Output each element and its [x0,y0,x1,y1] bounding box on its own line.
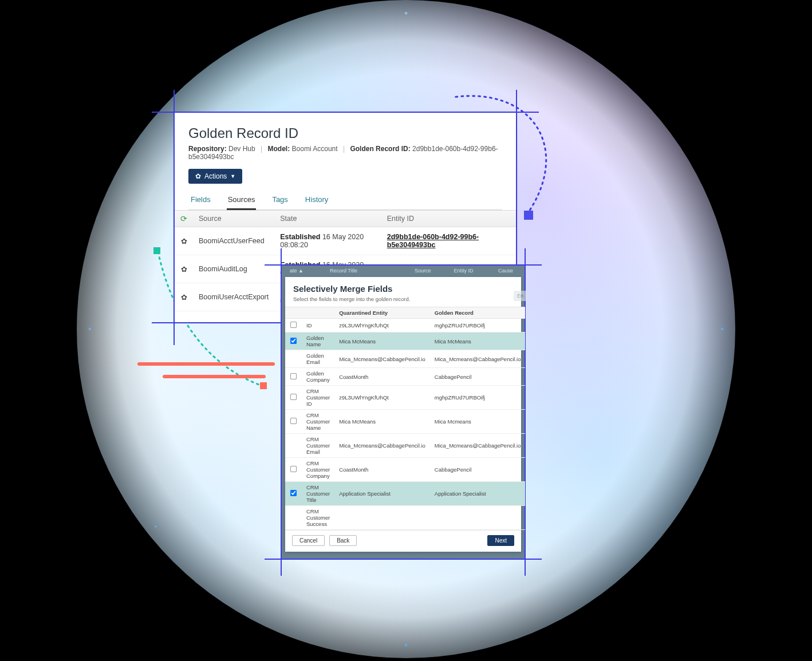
cell-field-label: Golden Name [302,333,334,350]
grid-label: Golden Record ID: [350,145,410,153]
cell-quarantined [334,506,430,530]
tab-bar: FieldsSourcesTagsHistory [188,192,502,210]
gear-icon: ✿ [195,172,201,180]
cell-state: Established 16 May 2020 08:08:20 [274,227,381,255]
cell-golden-record: mghpZRUd7URBOifj [430,319,526,333]
cell-quarantined: CoastMonth [334,368,430,386]
page-title: Golden Record ID [188,125,502,141]
tab-fields[interactable]: Fields [190,192,212,209]
cell-golden-record: Mica Mcmeans [430,410,526,434]
metadata-bar: Repository: Dev Hub | Model: Boomi Accou… [188,145,502,161]
tab-history[interactable]: History [304,192,329,209]
row-gear-icon[interactable]: ✿ [181,237,187,246]
col-golden-record: Golden Record [430,307,526,319]
model-value: Boomi Account [292,145,338,153]
actions-label: Actions [204,172,227,180]
bg-entity-fragment: En [514,291,527,301]
cell-golden-record: Mica_Mcmeans@CabbagePencil.io [430,434,526,458]
cell-source: BoomiUserAcctExport [193,283,274,311]
cell-field-label: CRM Customer Name [302,410,334,434]
cell-entity-id: 2d9bb1de-060b-4d92-99b6-b5e3049493bc [381,227,516,255]
cell-field-label: CRM Customer Success [302,506,334,530]
col-quarantined: Quarantined Entity [334,307,430,319]
merge-checkbox[interactable] [290,466,297,472]
accent-line-2 [163,375,266,378]
cell-golden-record: CabbagePencil [430,458,526,482]
marker-coral [260,382,267,389]
merge-fields-panel: ate ▲ Record Title Source Entity ID Caus… [281,264,526,560]
merge-row: CRM Customer EmailMica_Mcmeans@CabbagePe… [285,434,525,458]
cell-golden-record: mghpZRUd7URBOifj [430,386,526,410]
cell-golden-record: Mica_Mcmeans@CabbagePencil.io [430,350,526,368]
cell-golden-record [430,506,526,530]
cell-quarantined: z9L3UWlYngKfUhQt [334,386,430,410]
background-header: ate ▲ Record Title Source Entity ID Caus… [282,266,525,277]
merge-row: CRM Customer TitleApplication Specialist… [285,482,525,506]
cell-quarantined: Mica_Mcmeans@CabbagePencil.io [334,434,430,458]
entity-id-link[interactable]: 2d9bb1de-060b-4d92-99b6-b5e3049493bc [387,233,479,249]
cell-quarantined: CoastMonth [334,458,430,482]
cell-field-label: Golden Email [302,350,334,368]
merge-table: Quarantined Entity Golden Record IDz9L3U… [285,307,525,530]
marker-blue [524,211,533,220]
cancel-button[interactable]: Cancel [292,535,325,546]
back-button[interactable]: Back [329,535,357,546]
merge-modal: Selectively Merge Fields Select the fiel… [285,277,521,552]
caret-down-icon: ▼ [230,173,235,179]
col-field [302,307,334,319]
cell-golden-record: CabbagePencil [430,368,526,386]
cell-quarantined: Application Specialist [334,482,430,506]
tab-tags[interactable]: Tags [271,192,289,209]
merge-row: CRM Customer Success [285,506,525,530]
merge-row: CRM Customer CompanyCoastMonthCabbagePen… [285,458,525,482]
merge-row: IDz9L3UWlYngKfUhQtmghpZRUd7URBOifj [285,319,525,333]
col-source: Source [193,211,274,227]
cell-golden-record: Application Specialist [430,482,526,506]
cell-source: BoomiAuditLog [193,255,274,283]
row-gear-icon[interactable]: ✿ [181,293,187,302]
actions-button[interactable]: ✿ Actions ▼ [188,169,242,184]
cell-quarantined: Mica McMeans [334,333,430,350]
model-label: Model: [268,145,290,153]
repo-value: Dev Hub [228,145,255,153]
merge-row: CRM Customer IDz9L3UWlYngKfUhQtmghpZRUd7… [285,386,525,410]
cell-field-label: CRM Customer Company [302,458,334,482]
modal-footer: Cancel Back Next [285,530,521,552]
accent-line-1 [137,362,275,366]
cell-source: BoomiAcctUserFeed [193,227,274,255]
col-checkbox [285,307,302,319]
merge-checkbox[interactable] [290,418,297,424]
cell-field-label: ID [302,319,334,333]
next-button[interactable]: Next [487,535,514,546]
merge-row: CRM Customer NameMica McMeansMica Mcmean… [285,410,525,434]
cell-quarantined: Mica McMeans [334,410,430,434]
merge-row: Golden NameMica McMeansMica McMeans [285,333,525,350]
cell-field-label: CRM Customer Title [302,482,334,506]
merge-checkbox[interactable] [290,322,297,328]
merge-row: Golden CompanyCoastMonthCabbagePencil [285,368,525,386]
repo-label: Repository: [188,145,227,153]
merge-row: Golden EmailMica_Mcmeans@CabbagePencil.i… [285,350,525,368]
merge-checkbox[interactable] [290,337,297,343]
tab-sources[interactable]: Sources [227,192,257,210]
marker-teal [153,247,160,254]
cell-golden-record: Mica McMeans [430,333,526,350]
table-row: ✿BoomiAcctUserFeedEstablished 16 May 202… [175,227,516,255]
merge-checkbox[interactable] [290,394,297,400]
modal-subtitle: Select the fields to merge into the gold… [285,296,521,307]
merge-checkbox[interactable] [290,373,297,379]
refresh-icon[interactable]: ⟳ [180,214,187,223]
cell-quarantined: z9L3UWlYngKfUhQt [334,319,430,333]
row-gear-icon[interactable]: ✿ [181,265,187,274]
cell-field-label: Golden Company [302,368,334,386]
col-state: State [274,211,381,227]
merge-checkbox[interactable] [290,490,297,496]
col-entity-id: Entity ID [381,211,516,227]
cell-field-label: CRM Customer Email [302,434,334,458]
cell-quarantined: Mica_Mcmeans@CabbagePencil.io [334,350,430,368]
cell-field-label: CRM Customer ID [302,386,334,410]
modal-title: Selectively Merge Fields [285,277,521,296]
